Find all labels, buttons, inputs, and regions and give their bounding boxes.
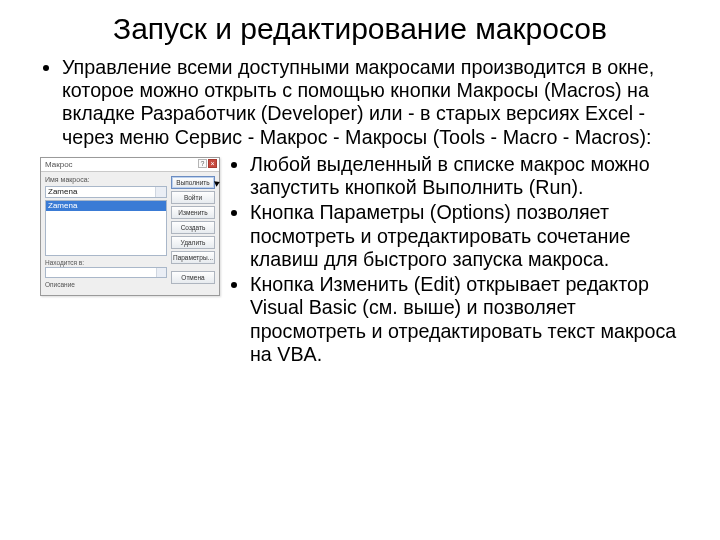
- where-label: Находится в:: [45, 259, 84, 266]
- slide-body: Управление всеми доступными макросами пр…: [40, 56, 680, 368]
- dialog-titlebar: Макрос ? ×: [41, 158, 219, 172]
- screenshot-column: Макрос ? × Имя макроса: Zamena: [40, 153, 220, 296]
- run-button[interactable]: Выполнить: [171, 176, 215, 189]
- slide: Запуск и редактирование макросов Управле…: [0, 0, 720, 540]
- where-section: Находится в:: [45, 259, 167, 279]
- text-column: Любой выделенный в списке макрос можно з…: [228, 153, 680, 366]
- macro-list[interactable]: Zamena: [45, 200, 167, 256]
- name-label: Имя макроса:: [45, 176, 167, 184]
- bullet-run: Любой выделенный в списке макрос можно з…: [250, 153, 680, 199]
- dialog-title-text: Макрос: [45, 160, 73, 169]
- cancel-button[interactable]: Отмена: [171, 271, 215, 284]
- create-button[interactable]: Создать: [171, 221, 215, 234]
- bullet-options: Кнопка Параметры (Options) позволяет пос…: [250, 201, 680, 271]
- step-button[interactable]: Войти: [171, 191, 215, 204]
- window-controls: ? ×: [198, 159, 217, 168]
- delete-button[interactable]: Удалить: [171, 236, 215, 249]
- dialog-body: Имя макроса: Zamena Zamena Находится в:: [41, 172, 219, 295]
- options-button[interactable]: Параметры...: [171, 251, 215, 264]
- intro-bullet: Управление всеми доступными макросами пр…: [62, 56, 680, 149]
- list-item[interactable]: Zamena: [46, 201, 166, 211]
- dropdown-icon[interactable]: [155, 187, 166, 197]
- macro-name-value: Zamena: [48, 187, 77, 196]
- slide-title: Запуск и редактирование макросов: [40, 12, 680, 46]
- bullet-edit: Кнопка Изменить (Edit) открывает редакто…: [250, 273, 680, 366]
- desc-label: Описание: [45, 281, 75, 288]
- inner-list: Любой выделенный в списке макрос можно з…: [228, 153, 680, 366]
- columns: Макрос ? × Имя макроса: Zamena: [40, 153, 680, 368]
- where-dropdown[interactable]: [45, 267, 167, 278]
- top-list: Управление всеми доступными макросами пр…: [40, 56, 680, 149]
- macro-name-input[interactable]: Zamena: [45, 186, 167, 198]
- macro-dialog: Макрос ? × Имя макроса: Zamena: [40, 157, 220, 296]
- close-icon[interactable]: ×: [208, 159, 217, 168]
- desc-section: Описание: [45, 281, 167, 289]
- edit-button[interactable]: Изменить: [171, 206, 215, 219]
- chevron-down-icon: [156, 268, 166, 277]
- dialog-buttons: Выполнить Войти Изменить Создать Удалить…: [171, 176, 215, 289]
- help-icon[interactable]: ?: [198, 159, 207, 168]
- dialog-left-pane: Имя макроса: Zamena Zamena Находится в:: [45, 176, 167, 289]
